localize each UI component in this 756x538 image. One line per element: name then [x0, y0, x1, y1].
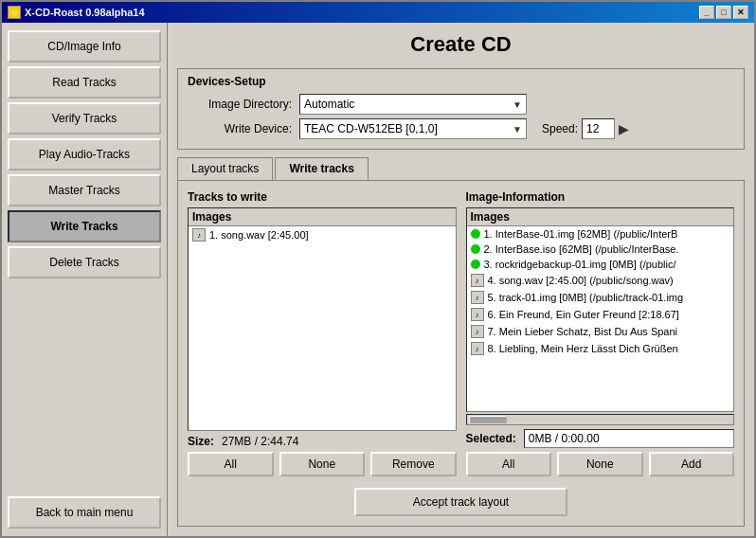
- image-info-text-3: 3. rockridgebackup-01.img [0MB] (/public…: [484, 259, 676, 270]
- write-device-select[interactable]: TEAC CD-W512EB [0,1,0] ▼: [299, 118, 527, 139]
- image-info-item-2[interactable]: 2. InterBase.iso [62MB] (/public/InterBa…: [467, 242, 734, 257]
- sidebar-item-master-tracks[interactable]: Master Tracks: [8, 174, 161, 206]
- write-device-label: Write Device:: [188, 122, 292, 135]
- image-info-text-5: 5. track-01.img [0MB] (/public/track-01.…: [488, 292, 684, 303]
- track-icon-6: ♪: [471, 308, 484, 321]
- selected-label: Selected:: [466, 432, 516, 445]
- image-directory-label: Image Directory:: [188, 98, 292, 111]
- track-to-write-item-1[interactable]: ♪ 1. song.wav [2:45.00]: [189, 226, 456, 243]
- tracks-to-write-size-row: Size: 27MB / 2:44.74: [188, 435, 457, 448]
- accept-track-layout-button[interactable]: Accept track layout: [354, 488, 567, 516]
- image-directory-row: Image Directory: Automatic ▼: [188, 94, 734, 115]
- speed-input[interactable]: 12: [582, 118, 615, 139]
- image-info-buttons: All None Add: [466, 452, 735, 476]
- accept-btn-row: Accept track layout: [188, 488, 734, 516]
- image-directory-value: Automatic: [304, 98, 354, 111]
- page-title: Create CD: [177, 32, 745, 57]
- minimize-button[interactable]: _: [699, 6, 714, 19]
- app-icon: ⊙: [8, 6, 21, 19]
- status-dot-2: [471, 244, 480, 254]
- devices-setup-section: Devices-Setup Image Directory: Automatic…: [177, 68, 745, 150]
- window-title: X-CD-Roast 0.98alpha14: [25, 7, 145, 18]
- tab-write-tracks[interactable]: Write tracks: [275, 157, 368, 180]
- track-icon-4: ♪: [471, 274, 484, 287]
- status-dot-3: [471, 260, 480, 269]
- image-info-text-1: 1. InterBase-01.img [62MB] (/public/Inte…: [484, 228, 678, 240]
- sidebar-item-play-audio-tracks[interactable]: Play Audio-Tracks: [8, 138, 161, 170]
- status-dot-1: [471, 229, 480, 239]
- tracks-to-write-remove-button[interactable]: Remove: [370, 452, 457, 476]
- image-directory-select[interactable]: Automatic ▼: [299, 94, 527, 115]
- sidebar-item-delete-tracks[interactable]: Delete Tracks: [8, 246, 161, 278]
- image-info-text-4: 4. song.wav [2:45.00] (/public/song.wav): [488, 275, 674, 286]
- tracks-to-write-buttons: All None Remove: [188, 452, 457, 476]
- write-device-row: Write Device: TEAC CD-W512EB [0,1,0] ▼ S…: [188, 118, 734, 139]
- maximize-button[interactable]: □: [716, 6, 731, 19]
- scrollbar-thumb: [469, 416, 507, 423]
- close-button[interactable]: ✕: [733, 6, 748, 19]
- tracks-to-write-list[interactable]: Images ♪ 1. song.wav [2:45.00]: [188, 207, 457, 431]
- right-panel: Create CD Devices-Setup Image Directory:…: [168, 23, 754, 536]
- speed-increment-icon[interactable]: ▶: [619, 121, 629, 136]
- track-icon-8: ♪: [471, 342, 484, 355]
- tracks-to-write-size-value: 27MB / 2:44.74: [222, 435, 298, 448]
- tracks-to-write-all-button[interactable]: All: [188, 452, 274, 476]
- image-info-item-1[interactable]: 1. InterBase-01.img [62MB] (/public/Inte…: [467, 226, 734, 242]
- tab-layout-tracks[interactable]: Layout tracks: [177, 157, 273, 180]
- tracks-to-write-title: Tracks to write: [188, 190, 457, 204]
- devices-setup-title: Devices-Setup: [188, 75, 734, 88]
- sidebar-item-write-tracks[interactable]: Write Tracks: [8, 210, 161, 242]
- tab-content: Tracks to write Images ♪ 1. song.wav [2:…: [177, 180, 745, 527]
- write-device-arrow: ▼: [513, 124, 522, 134]
- main-content: CD/Image Info Read Tracks Verify Tracks …: [2, 23, 754, 536]
- image-info-item-6[interactable]: ♪ 6. Ein Freund, Ein Guter Freund [2:18.…: [467, 306, 734, 323]
- sidebar-item-cd-image-info[interactable]: CD/Image Info: [8, 30, 161, 63]
- sidebar: CD/Image Info Read Tracks Verify Tracks …: [2, 23, 168, 536]
- sidebar-item-back-to-main-menu[interactable]: Back to main menu: [8, 496, 161, 529]
- image-information-title: Image-Information: [466, 190, 735, 204]
- image-info-item-8[interactable]: ♪ 8. Liebling, Mein Herz Lässt Dich Grüß…: [467, 340, 734, 357]
- write-device-value: TEAC CD-W512EB [0,1,0]: [304, 122, 438, 135]
- image-info-text-6: 6. Ein Freund, Ein Guter Freund [2:18.67…: [488, 309, 679, 320]
- image-information-panel: Image-Information Images 1. InterBase-01…: [466, 190, 735, 476]
- image-information-list-header: Images: [467, 208, 734, 226]
- sidebar-item-read-tracks[interactable]: Read Tracks: [8, 66, 161, 99]
- sidebar-item-verify-tracks[interactable]: Verify Tracks: [8, 102, 161, 134]
- speed-label: Speed:: [542, 122, 578, 135]
- tracks-area: Tracks to write Images ♪ 1. song.wav [2:…: [188, 190, 734, 476]
- tracks-to-write-panel: Tracks to write Images ♪ 1. song.wav [2:…: [188, 190, 457, 476]
- selected-value: 0MB / 0:00.00: [524, 429, 734, 448]
- track-icon-7: ♪: [471, 325, 484, 338]
- track-icon-5: ♪: [471, 291, 484, 304]
- image-info-text-8: 8. Liebling, Mein Herz Lässt Dich Grüßen: [488, 343, 678, 354]
- image-info-item-7[interactable]: ♪ 7. Mein Lieber Schatz, Bist Du Aus Spa…: [467, 323, 734, 340]
- main-window: ⊙ X-CD-Roast 0.98alpha14 _ □ ✕ CD/Image …: [0, 0, 756, 538]
- tracks-to-write-none-button[interactable]: None: [279, 452, 366, 476]
- track-to-write-text-1: 1. song.wav [2:45.00]: [209, 229, 309, 241]
- image-info-item-5[interactable]: ♪ 5. track-01.img [0MB] (/public/track-0…: [467, 289, 734, 306]
- image-info-none-button[interactable]: None: [557, 452, 643, 476]
- track-icon-1: ♪: [192, 228, 206, 242]
- image-info-text-2: 2. InterBase.iso [62MB] (/public/InterBa…: [484, 243, 679, 255]
- title-bar: ⊙ X-CD-Roast 0.98alpha14 _ □ ✕: [2, 2, 754, 23]
- image-info-item-3[interactable]: 3. rockridgebackup-01.img [0MB] (/public…: [467, 257, 734, 272]
- image-directory-arrow: ▼: [513, 99, 522, 110]
- image-info-selected-row: Selected: 0MB / 0:00.00: [466, 429, 735, 448]
- image-info-all-button[interactable]: All: [466, 452, 552, 476]
- tabs-container: Layout tracks Write tracks: [177, 157, 745, 180]
- image-information-list[interactable]: Images 1. InterBase-01.img [62MB] (/publ…: [466, 207, 735, 412]
- image-info-scrollbar[interactable]: [466, 414, 735, 425]
- speed-section: Speed: 12 ▶: [542, 118, 629, 139]
- tracks-to-write-size-label: Size:: [188, 435, 214, 448]
- image-info-add-button[interactable]: Add: [649, 452, 735, 476]
- image-info-text-7: 7. Mein Lieber Schatz, Bist Du Aus Spani: [488, 326, 678, 337]
- image-info-item-4[interactable]: ♪ 4. song.wav [2:45.00] (/public/song.wa…: [467, 272, 734, 289]
- tracks-to-write-list-header: Images: [189, 208, 456, 226]
